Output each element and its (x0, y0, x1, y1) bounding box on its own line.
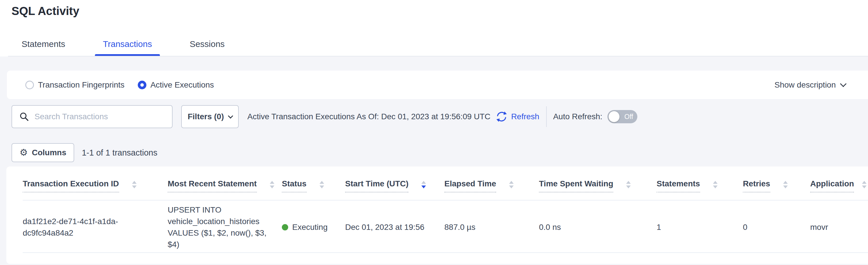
columns-button[interactable]: ⚙ Columns (11, 143, 74, 162)
view-selector-card: Transaction Fingerprints Active Executio… (7, 71, 868, 99)
result-count: 1-1 of 1 transactions (82, 148, 157, 158)
page-header: SQL Activity Statements Transactions Ses… (0, 0, 868, 56)
refresh-label: Refresh (511, 112, 539, 121)
statements-count-cell: 1 (657, 221, 743, 233)
table-row[interactable]: da1f21e2-de71-4c1f-a1da-dc9fc94a84a2 UPS… (23, 201, 868, 253)
radio-unselected-icon[interactable] (25, 81, 34, 89)
sort-icon (626, 181, 631, 188)
time-spent-waiting-cell: 0.0 ns (539, 221, 657, 233)
sort-icon-descending-active (421, 181, 426, 188)
column-header-elapsed-time[interactable]: Elapsed Time (444, 179, 539, 192)
tab-sessions[interactable]: Sessions (189, 39, 225, 56)
search-box[interactable] (11, 105, 173, 128)
executing-status-dot-icon (282, 224, 288, 231)
radio-active-executions[interactable]: Active Executions (138, 80, 214, 89)
search-input[interactable] (34, 112, 166, 122)
toggle-state-label: Off (624, 113, 633, 121)
sort-icon (509, 181, 514, 188)
as-of-text: Active Transaction Executions As Of: Dec… (247, 112, 490, 121)
sort-icon (132, 181, 136, 188)
sort-icon (783, 181, 788, 188)
filters-button[interactable]: Filters (0) (181, 105, 239, 128)
transaction-execution-id-cell[interactable]: da1f21e2-de71-4c1f-a1da-dc9fc94a84a2 (23, 216, 164, 239)
radio-transaction-fingerprints[interactable]: Transaction Fingerprints (25, 80, 125, 89)
table-toolbar: ⚙ Columns 1-1 of 1 transactions (11, 143, 868, 162)
vertical-divider (546, 106, 547, 127)
column-header-retries[interactable]: Retries (743, 179, 810, 192)
show-description-label: Show description (775, 80, 836, 89)
sort-icon (319, 181, 324, 188)
toggle-knob (609, 111, 620, 122)
radio-selected-icon[interactable] (138, 81, 146, 89)
tab-bar: Statements Transactions Sessions (22, 39, 262, 56)
refresh-icon (496, 111, 508, 123)
columns-button-label: Columns (32, 148, 66, 157)
start-time-cell: Dec 01, 2023 at 19:56 (345, 221, 444, 233)
chevron-down-icon (228, 113, 233, 118)
elapsed-time-cell: 887.0 µs (444, 221, 539, 233)
status-label: Executing (292, 221, 328, 233)
chevron-down-icon (840, 80, 847, 87)
page-title: SQL Activity (11, 5, 80, 18)
column-header-most-recent-statement[interactable]: Most Recent Statement (168, 179, 282, 192)
tab-transactions[interactable]: Transactions (103, 39, 152, 56)
column-header-application[interactable]: Application (810, 179, 868, 192)
radio-label[interactable]: Active Executions (150, 80, 214, 89)
table-header-row: Transaction Execution ID Most Recent Sta… (23, 166, 868, 201)
refresh-button[interactable]: Refresh (496, 111, 539, 123)
retries-cell: 0 (743, 221, 810, 233)
search-icon (20, 112, 29, 121)
auto-refresh-toggle[interactable]: Off (608, 110, 637, 123)
column-header-start-time[interactable]: Start Time (UTC) (345, 179, 444, 192)
transactions-table-card: Transaction Execution ID Most Recent Sta… (6, 166, 868, 264)
gear-icon: ⚙ (20, 147, 28, 158)
status-cell: Executing (282, 221, 345, 233)
controls-row: Filters (0) Active Transaction Execution… (11, 105, 868, 128)
show-description-toggle[interactable]: Show description (775, 80, 845, 89)
sort-icon (713, 181, 718, 188)
filters-label: Filters (0) (188, 112, 224, 121)
sort-icon (270, 181, 274, 188)
column-header-time-spent-waiting[interactable]: Time Spent Waiting (539, 179, 657, 192)
auto-refresh-label: Auto Refresh: (553, 112, 602, 121)
sort-icon (862, 181, 867, 188)
column-header-transaction-execution-id[interactable]: Transaction Execution ID (23, 179, 168, 192)
most-recent-statement-cell: UPSERT INTO vehicle_location_histories V… (168, 204, 282, 250)
tabs-divider (8, 56, 868, 56)
tab-statements[interactable]: Statements (22, 39, 65, 56)
column-header-statements[interactable]: Statements (657, 179, 743, 192)
radio-label[interactable]: Transaction Fingerprints (38, 80, 125, 89)
column-header-status[interactable]: Status (282, 179, 345, 192)
application-cell: movr (810, 221, 868, 233)
